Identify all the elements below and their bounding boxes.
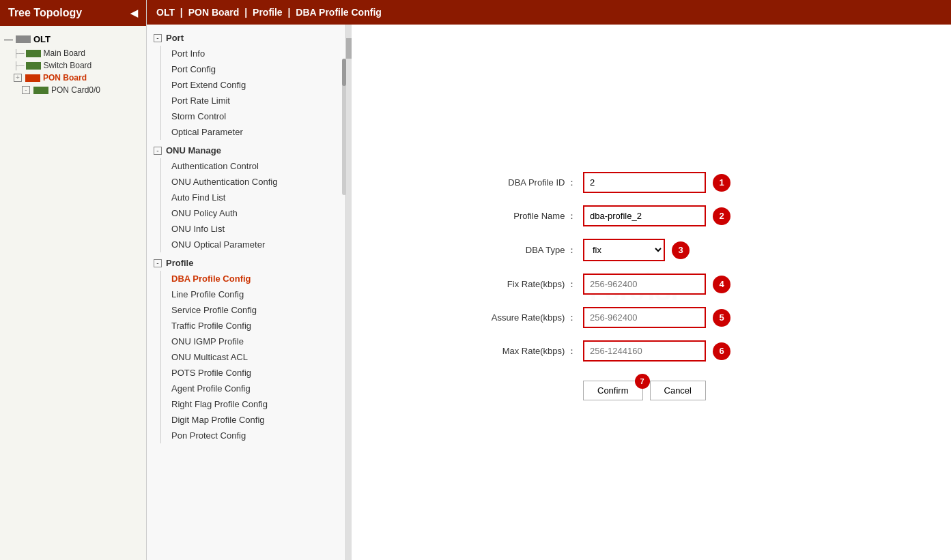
form-row-assure-rate: Assure Rate(kbps) ： 5 (446, 307, 856, 328)
form-row-dba-type: DBA Type ： fix assure max assure+fix ass… (446, 239, 856, 261)
nav-menu: - Port Port Info Port Config Port Extend… (147, 25, 345, 452)
input-max-rate[interactable] (583, 340, 706, 362)
form-row-dba-profile-id: DBA Profile ID ： 1 (446, 172, 856, 193)
profile-collapse-icon[interactable]: - (154, 259, 162, 267)
nav-item-onu-optical-param[interactable]: ONU Optical Parameter (147, 237, 345, 252)
input-wrap-fix-rate: 4 (583, 274, 856, 295)
label-fix-rate: Fix Rate(kbps) ： (446, 278, 583, 291)
nav-item-pots-profile-config[interactable]: POTS Profile Config (147, 365, 345, 381)
nav-item-traffic-profile-config[interactable]: Traffic Profile Config (147, 318, 345, 334)
mainboard-icon (26, 50, 41, 57)
form-row-profile-name: Profile Name ： 2 (446, 205, 856, 226)
input-fix-rate[interactable] (583, 274, 706, 295)
ponboard-icon (25, 74, 40, 82)
nav-item-port-info[interactable]: Port Info (147, 46, 345, 61)
ponboard-label: PON Board (43, 73, 87, 83)
onu-manage-collapse-icon[interactable]: - (154, 147, 162, 155)
nav-item-dba-profile-config[interactable]: DBA Profile Config (147, 271, 345, 286)
step-badge-6: 6 (713, 342, 730, 360)
form-area: Foro ISP DBA Profile ID ： 1 (352, 25, 951, 560)
breadcrumb-bar: OLT | PON Board | Profile | DBA Profile … (147, 0, 951, 25)
middle-panel: - Port Port Info Port Config Port Extend… (147, 25, 352, 560)
nav-item-port-rate-limit[interactable]: Port Rate Limit (147, 93, 345, 108)
nav-section-profile-header[interactable]: - Profile (147, 255, 345, 271)
nav-item-auth-control[interactable]: Authentication Control (147, 158, 345, 174)
breadcrumb-profile: Profile (253, 7, 283, 18)
nav-item-service-profile-config[interactable]: Service Profile Config (147, 302, 345, 318)
input-wrap-profile-name: 2 (583, 205, 856, 226)
mainboard-label: Main Board (44, 48, 85, 58)
nav-item-onu-multicast-acl[interactable]: ONU Multicast ACL (147, 349, 345, 365)
tree-child-poncard: - PON Card0/0 (3, 84, 143, 96)
tree-child-mainboard: ├─ Main Board (3, 47, 143, 59)
sidebar-collapse-icon[interactable]: ◀ (130, 8, 138, 18)
sidebar-header[interactable]: Tree Topology ◀ (0, 0, 146, 26)
nav-section-port: - Port Port Info Port Config Port Extend… (147, 30, 345, 140)
profile-section-title: Profile (166, 258, 193, 268)
input-dba-profile-id[interactable] (583, 172, 706, 193)
dba-profile-form: DBA Profile ID ： 1 Profile Name ： 2 (446, 172, 856, 413)
nav-item-storm-control[interactable]: Storm Control (147, 108, 345, 124)
nav-section-onu-manage-header[interactable]: - ONU Manage (147, 143, 345, 158)
cancel-button[interactable]: Cancel (650, 381, 706, 400)
breadcrumb-pon-board: PON Board (188, 7, 240, 18)
input-wrap-max-rate: 6 (583, 340, 856, 362)
step-badge-4: 4 (713, 276, 730, 293)
tree-item-mainboard[interactable]: ├─ Main Board (14, 47, 143, 59)
nav-item-optical-parameter[interactable]: Optical Parameter (147, 124, 345, 140)
nav-item-auto-find-list[interactable]: Auto Find List (147, 190, 345, 205)
sidebar: Tree Topology ◀ — OLT ├─ Main Board (0, 0, 147, 560)
input-wrap-assure-rate: 5 (583, 307, 856, 328)
buttons-wrap: Confirm 7 Cancel (583, 374, 856, 400)
input-wrap-dba-profile-id: 1 (583, 172, 856, 193)
nav-section-onu-manage: - ONU Manage Authentication Control ONU … (147, 143, 345, 252)
step-badge-1: 1 (713, 174, 730, 192)
form-buttons: Confirm 7 Cancel (583, 381, 706, 400)
nav-item-onu-info-list[interactable]: ONU Info List (147, 221, 345, 237)
step-badge-7: 7 (635, 374, 650, 389)
nav-item-onu-igmp-profile[interactable]: ONU IGMP Profile (147, 334, 345, 349)
tree-child-switchboard: ├─ Switch Board (3, 59, 143, 72)
label-profile-name: Profile Name ： (446, 210, 583, 222)
switchboard-label: Switch Board (44, 61, 92, 70)
nav-item-onu-policy-auth[interactable]: ONU Policy Auth (147, 205, 345, 221)
nav-section-port-header[interactable]: - Port (147, 30, 345, 46)
nav-item-line-profile-config[interactable]: Line Profile Config (147, 286, 345, 302)
select-dba-type[interactable]: fix assure max assure+fix assure+max (583, 239, 665, 261)
nav-item-onu-auth-config[interactable]: ONU Authentication Config (147, 174, 345, 190)
nav-item-pon-protect-config[interactable]: Pon Protect Config (147, 428, 345, 443)
step-badge-2: 2 (713, 207, 730, 225)
tree-content: — OLT ├─ Main Board ├─ Switch Board (0, 26, 146, 560)
nav-section-profile: - Profile DBA Profile Config Line Profil… (147, 255, 345, 443)
nav-item-port-extend-config[interactable]: Port Extend Config (147, 77, 345, 93)
form-row-max-rate: Max Rate(kbps) ： 6 (446, 340, 856, 362)
tree-item-ponboard[interactable]: + PON Board (14, 72, 143, 84)
poncard-icon (33, 87, 48, 94)
tree-item-poncard[interactable]: - PON Card0/0 (22, 84, 143, 96)
tree-node-olt[interactable]: — OLT (3, 31, 143, 47)
step-badge-3: 3 (672, 241, 690, 259)
nav-item-right-flag-profile-config[interactable]: Right Flag Profile Config (147, 396, 345, 412)
olt-icon (16, 35, 31, 43)
main-content: Foro ISP DBA Profile ID ： 1 (352, 25, 951, 560)
nav-item-port-config[interactable]: Port Config (147, 61, 345, 77)
label-max-rate: Max Rate(kbps) ： (446, 345, 583, 357)
input-profile-name[interactable] (583, 205, 706, 226)
label-dba-profile-id: DBA Profile ID ： (446, 177, 583, 189)
nav-item-digit-map-profile-config[interactable]: Digit Map Profile Config (147, 412, 345, 428)
breadcrumb-dba-profile-config: DBA Profile Config (296, 7, 381, 18)
confirm-button[interactable]: Confirm (583, 381, 643, 400)
port-section-title: Port (166, 33, 184, 43)
label-dba-type: DBA Type ： (446, 244, 583, 256)
port-collapse-icon[interactable]: - (154, 34, 162, 42)
input-wrap-dba-type: fix assure max assure+fix assure+max 3 (583, 239, 856, 261)
breadcrumb-olt: OLT (156, 7, 175, 18)
tree-child-ponboard: + PON Board (3, 72, 143, 84)
input-assure-rate[interactable] (583, 307, 706, 328)
nav-item-agent-profile-config[interactable]: Agent Profile Config (147, 381, 345, 396)
switchboard-icon (26, 62, 41, 70)
step-badge-5: 5 (713, 309, 730, 327)
sidebar-title: Tree Topology (8, 7, 82, 19)
onu-manage-section-title: ONU Manage (166, 145, 221, 156)
tree-item-switchboard[interactable]: ├─ Switch Board (14, 59, 143, 72)
